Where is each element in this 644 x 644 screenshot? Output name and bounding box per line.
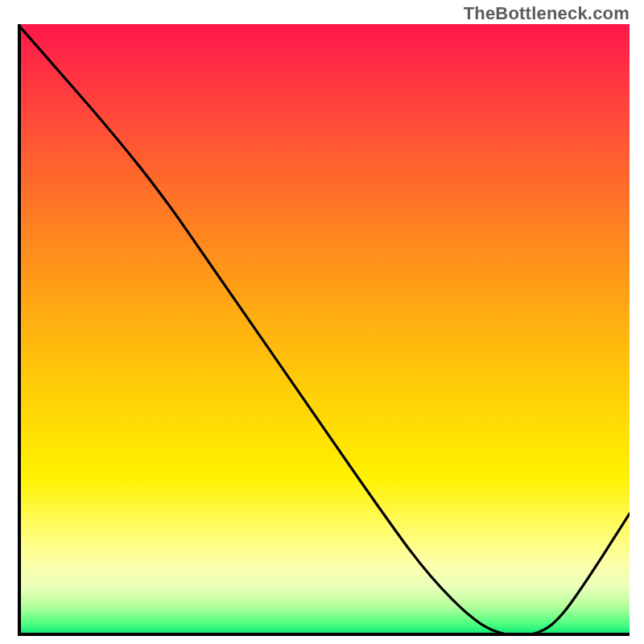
plot-area bbox=[18, 24, 630, 636]
plot-inner bbox=[18, 24, 630, 636]
bottleneck-curve bbox=[18, 24, 630, 636]
curve-layer bbox=[18, 24, 630, 636]
watermark-text: TheBottleneck.com bbox=[464, 3, 630, 24]
chart-container: TheBottleneck.com bbox=[0, 0, 644, 644]
